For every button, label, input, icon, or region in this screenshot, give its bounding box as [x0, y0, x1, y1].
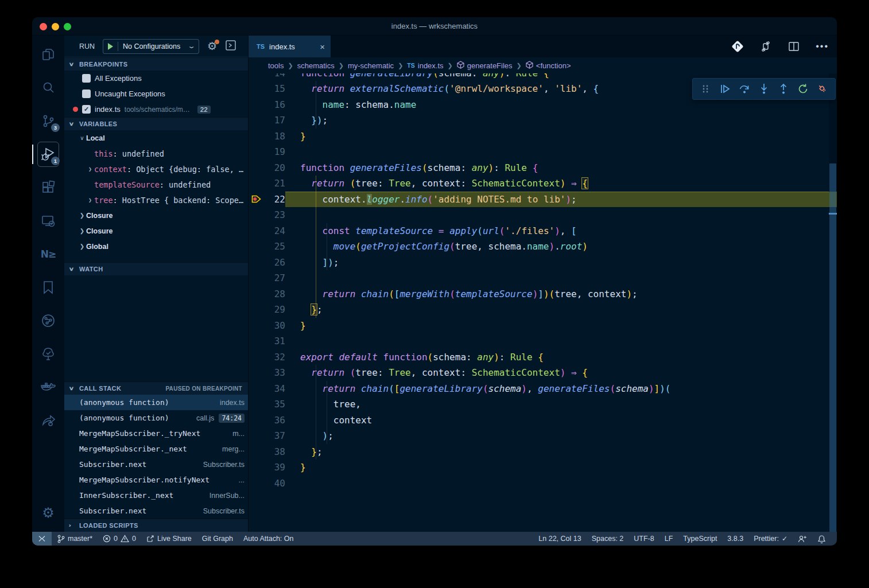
disconnect-button[interactable]: [816, 82, 829, 96]
chevron-right-icon[interactable]: ❯: [86, 197, 94, 203]
section-header-watch[interactable]: ∨ WATCH: [64, 262, 248, 275]
sidebar-item-search[interactable]: [34, 73, 62, 102]
variable-scope-row[interactable]: ❯ Global: [64, 239, 248, 254]
split-editor-icon[interactable]: [787, 40, 800, 53]
code-line-32[interactable]: 32 export default function(schema: any):…: [249, 349, 829, 365]
breakpoint-checkbox[interactable]: [82, 89, 91, 98]
branch-status[interactable]: master*: [52, 532, 98, 546]
open-changes-icon[interactable]: [731, 40, 744, 53]
close-tab-icon[interactable]: ×: [320, 42, 325, 52]
sidebar-item-docker[interactable]: [34, 373, 62, 402]
tab-index-ts[interactable]: TS index.ts ×: [249, 36, 331, 57]
call-stack-frame[interactable]: MergeMapSubscriber._tryNext m...: [64, 426, 248, 441]
code-line-24[interactable]: 24 const templateSource = apply(url('./f…: [249, 223, 829, 239]
variable-row[interactable]: ❯ tree: HostTree {_backend: ScopedH…: [64, 192, 248, 208]
chevron-right-icon[interactable]: ❯: [86, 166, 94, 172]
problems-status[interactable]: 0 0: [98, 532, 141, 546]
code-line-30[interactable]: 30 }: [249, 318, 829, 334]
code-line-37[interactable]: 37 );: [249, 428, 829, 444]
code-line-26[interactable]: 26 ]);: [249, 255, 829, 271]
restart-button[interactable]: [796, 82, 810, 96]
breadcrumb-item[interactable]: generateFiles: [457, 61, 513, 71]
minimize-window-button[interactable]: [52, 23, 59, 30]
call-stack-frame[interactable]: Subscriber.next Subscriber.ts: [64, 457, 248, 472]
code-line-33[interactable]: 33 return (tree: Tree, context: Schemati…: [249, 365, 829, 381]
remote-indicator[interactable]: [32, 532, 52, 546]
breadcrumb-item[interactable]: <function>: [526, 61, 571, 71]
sidebar-item-source-control[interactable]: 3: [34, 107, 62, 135]
code-line-34[interactable]: 34 return chain([generateLibrary(schema)…: [249, 381, 829, 397]
code-line-31[interactable]: 31: [249, 333, 829, 349]
code-line-36[interactable]: 36 context: [249, 412, 829, 429]
manage-button[interactable]: ⚙: [34, 499, 62, 527]
editor-scrollbar[interactable]: [829, 73, 837, 532]
chevron-right-icon[interactable]: ❯: [78, 212, 86, 219]
step-out-button[interactable]: [777, 82, 790, 96]
code-line-29[interactable]: 29 };: [249, 302, 829, 318]
close-window-button[interactable]: [40, 23, 47, 30]
code-line-21[interactable]: 21 return (tree: Tree, context: Schemati…: [249, 176, 829, 192]
variable-row[interactable]: ❯ context: Object {debug: false, en…: [64, 161, 248, 177]
code-line-38[interactable]: 38 };: [249, 444, 829, 460]
sidebar-item-live-share[interactable]: [34, 406, 62, 435]
breadcrumb-item[interactable]: tools: [268, 61, 284, 70]
code-line-20[interactable]: 20 function generateFiles(schema: any): …: [249, 160, 829, 176]
configure-launch-button[interactable]: ⚙: [207, 41, 217, 52]
launch-configuration-dropdown[interactable]: No Configurations ⌄: [103, 39, 199, 54]
indentation-setting[interactable]: Spaces: 2: [587, 532, 629, 546]
section-header-call-stack[interactable]: ∨ CALL STACK PAUSED ON BREAKPOINT: [64, 381, 248, 395]
code-line-28[interactable]: 28 return chain([mergeWith(templateSourc…: [249, 286, 829, 302]
notifications-button[interactable]: [812, 532, 831, 546]
maximize-window-button[interactable]: [64, 23, 71, 30]
sidebar-item-remote-explorer[interactable]: [34, 207, 62, 235]
step-over-button[interactable]: [738, 82, 751, 96]
auto-attach-toggle[interactable]: Auto Attach: On: [238, 532, 299, 546]
cursor-position[interactable]: Ln 22, Col 13: [533, 532, 586, 546]
sidebar-item-bookmarks[interactable]: [34, 273, 62, 302]
breakpoint-checkbox[interactable]: ✓: [82, 105, 91, 114]
debug-breakpoint-arrow-icon[interactable]: [251, 195, 261, 203]
sidebar-item-git-graph[interactable]: [34, 306, 62, 335]
call-stack-frame[interactable]: (anonymous function) call.js 74:24: [64, 410, 248, 426]
sidebar-item-explorer[interactable]: [34, 40, 62, 69]
sidebar-item-test-explorer[interactable]: [34, 340, 62, 368]
feedback-button[interactable]: [793, 532, 812, 546]
step-into-button[interactable]: [757, 82, 771, 96]
code-line-25[interactable]: 25 move(getProjectConfig(tree, schema.na…: [249, 239, 829, 255]
breadcrumb-item[interactable]: schematics: [297, 61, 335, 70]
git-graph-button[interactable]: Git Graph: [197, 532, 238, 546]
call-stack-frame[interactable]: MergeMapSubscriber.notifyNext ...: [64, 472, 248, 488]
code-editor[interactable]: 14 function generateLibrary(schema: any)…: [249, 73, 837, 532]
breakpoint-row[interactable]: Uncaught Exceptions: [64, 86, 248, 102]
call-stack-frame[interactable]: InnerSubscriber._next InnerSub...: [64, 488, 248, 503]
breakpoint-gutter[interactable]: [249, 195, 263, 203]
sidebar-item-nx-console[interactable]: N≥: [34, 240, 62, 268]
more-actions-icon[interactable]: •••: [816, 41, 829, 52]
breakpoint-row[interactable]: All Exceptions: [64, 71, 248, 86]
code-line-17[interactable]: 17 });: [249, 112, 829, 128]
start-debug-icon[interactable]: [108, 43, 113, 50]
chevron-right-icon[interactable]: ❯: [78, 243, 86, 250]
code-line-23[interactable]: 23: [249, 207, 829, 223]
breakpoint-checkbox[interactable]: [82, 74, 91, 83]
variable-row[interactable]: templateSource: undefined: [64, 177, 248, 192]
compare-changes-icon[interactable]: [759, 40, 772, 53]
prettier-status[interactable]: Prettier: ✓: [748, 532, 793, 546]
breadcrumb-item[interactable]: TSindex.ts: [407, 61, 443, 70]
code-line-18[interactable]: 18 }: [249, 128, 829, 145]
live-share-button[interactable]: Live Share: [141, 532, 197, 546]
encoding-setting[interactable]: UTF-8: [629, 532, 659, 546]
variable-scope-row[interactable]: ❯ Closure: [64, 208, 248, 223]
code-line-22[interactable]: 22 context.logger.info('adding NOTES.md …: [249, 192, 829, 208]
call-stack-frame[interactable]: (anonymous function) index.ts: [64, 395, 248, 410]
language-mode[interactable]: TypeScript: [678, 532, 722, 546]
variable-scope-row[interactable]: ❯ Closure: [64, 223, 248, 239]
section-header-loaded-scripts[interactable]: › LOADED SCRIPTS: [64, 519, 248, 532]
breadcrumb-item[interactable]: my-schematic: [348, 61, 394, 70]
typescript-version[interactable]: 3.8.3: [722, 532, 748, 546]
code-line-27[interactable]: 27: [249, 270, 829, 286]
sidebar-item-extensions[interactable]: [34, 173, 62, 202]
continue-button[interactable]: [718, 82, 732, 96]
code-line-39[interactable]: 39 }: [249, 460, 829, 476]
chevron-right-icon[interactable]: ❯: [78, 228, 86, 234]
